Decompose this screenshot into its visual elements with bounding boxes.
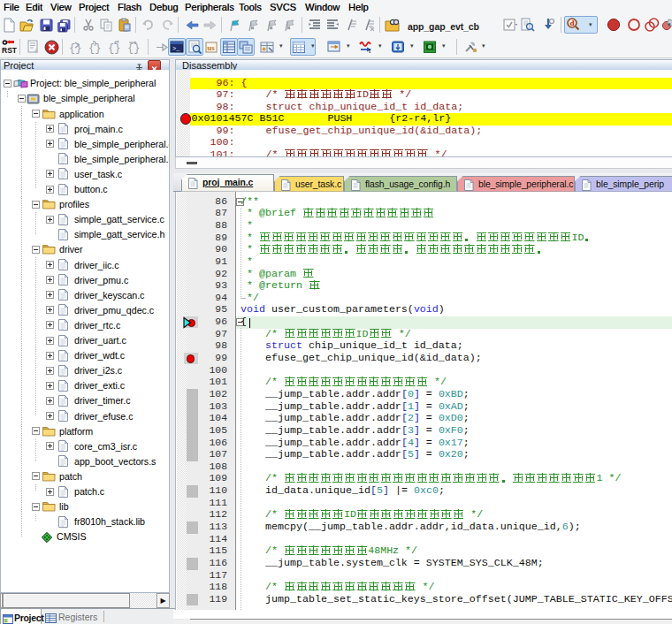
svg-text:t: t: [369, 47, 371, 55]
svg-text:us: us: [207, 43, 215, 52]
svg-text:{}: {}: [88, 42, 101, 55]
svg-text:{}: {}: [108, 42, 120, 55]
svg-text:{}: {}: [69, 42, 81, 55]
svg-text:>_: >_: [172, 45, 180, 52]
svg-text:RST: RST: [2, 46, 17, 55]
svg-text:{}: {}: [127, 42, 140, 55]
svg-text:d: d: [569, 19, 574, 27]
